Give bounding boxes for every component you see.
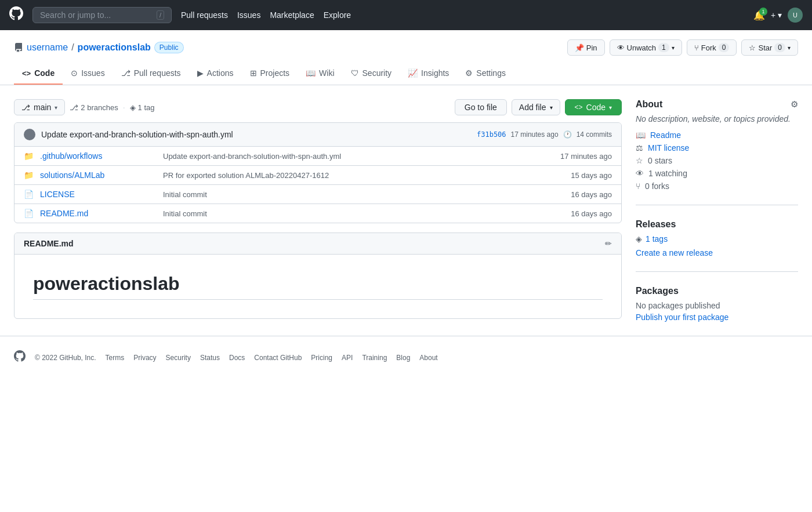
tab-insights[interactable]: 📈 Insights <box>400 63 457 85</box>
fork-button[interactable]: ⑂ Fork 0 <box>687 39 737 56</box>
footer: © 2022 GitHub, Inc. Terms Privacy Securi… <box>0 336 812 379</box>
plus-dropdown-button[interactable]: + ▾ <box>771 10 782 20</box>
footer-copyright: © 2022 GitHub, Inc. <box>35 354 96 362</box>
file-time: 16 days ago <box>571 190 612 199</box>
code-tab-icon: <> <box>22 69 31 78</box>
publish-package-link[interactable]: Publish your first package <box>636 313 728 322</box>
file-name-link[interactable]: solutions/ALMLab <box>40 170 156 180</box>
about-section: About ⚙ No description, website, or topi… <box>636 99 798 205</box>
file-name-link[interactable]: .github/workflows <box>40 151 156 161</box>
search-input[interactable]: Search or jump to... / <box>32 7 172 23</box>
pin-icon: 📌 <box>575 43 584 52</box>
sidebar-readme-item: 📖 Readme <box>636 130 798 140</box>
footer-status-link[interactable]: Status <box>200 354 220 362</box>
notification-badge: 1 <box>759 8 767 16</box>
repo-name-link[interactable]: poweractionslab <box>78 42 151 53</box>
branches-link[interactable]: ⎇ 2 branches <box>70 103 118 112</box>
tab-actions[interactable]: ▶ Actions <box>189 63 242 85</box>
footer-links: Terms Privacy Security Status Docs Conta… <box>106 354 438 362</box>
file-name-link[interactable]: LICENSE <box>40 190 156 199</box>
tags-releases-link[interactable]: 1 tags <box>646 234 668 244</box>
nav-explore[interactable]: Explore <box>324 10 351 20</box>
file-name-link[interactable]: README.md <box>40 209 156 218</box>
branch-select-button[interactable]: ⎇ main ▾ <box>14 99 65 115</box>
file-doc-icon: 📄 <box>24 190 33 199</box>
create-release-link[interactable]: Create a new release <box>636 248 713 257</box>
tab-issues[interactable]: ⊙ Issues <box>63 63 113 85</box>
tab-wiki[interactable]: 📖 Wiki <box>298 63 342 85</box>
license-link[interactable]: MIT license <box>648 143 689 152</box>
toolbar-right: Go to file Add file ▾ <> Code ▾ <box>455 99 622 115</box>
projects-tab-icon: ⊞ <box>250 68 257 78</box>
bell-icon[interactable]: 🔔 1 <box>753 10 765 21</box>
search-shortcut-icon: / <box>157 10 164 20</box>
branches-icon: ⎇ <box>70 103 78 112</box>
fork-icon: ⑂ <box>694 43 699 52</box>
repo-breadcrumb: username / poweractionslab Public 📌 Pin … <box>14 39 798 56</box>
tab-security[interactable]: 🛡 Security <box>343 63 400 85</box>
readme-link[interactable]: Readme <box>650 130 681 140</box>
repo-nav: <> Code ⊙ Issues ⎇ Pull requests ▶ Actio… <box>14 63 798 85</box>
about-title: About <box>636 99 662 110</box>
footer-training-link[interactable]: Training <box>362 354 387 362</box>
footer-terms-link[interactable]: Terms <box>106 354 125 362</box>
eye-icon-sidebar: 👁 <box>636 169 644 178</box>
file-row: 📁 solutions/ALMLab PR for exported solut… <box>14 166 621 185</box>
file-commit-msg: Initial commit <box>163 190 564 199</box>
avatar[interactable]: U <box>788 8 803 23</box>
footer-about-link[interactable]: About <box>419 354 437 362</box>
tags-link[interactable]: ◈ 1 tag <box>130 103 155 112</box>
file-row: 📄 LICENSE Initial commit 16 days ago <box>14 185 621 204</box>
commit-message-link[interactable]: Update export-and-branch-solution-with-s… <box>41 130 471 139</box>
pin-button[interactable]: 📌 Pin <box>567 39 605 56</box>
balance-scale-icon: ⚖ <box>636 143 643 152</box>
sidebar-license-item: ⚖ MIT license <box>636 143 798 152</box>
footer-api-link[interactable]: API <box>342 354 353 362</box>
breadcrumb-slash: / <box>71 42 74 53</box>
security-tab-icon: 🛡 <box>351 68 359 78</box>
footer-security-link[interactable]: Security <box>166 354 191 362</box>
footer-docs-link[interactable]: Docs <box>229 354 245 362</box>
readme-content: poweractionslab <box>14 255 621 318</box>
book-icon: 📖 <box>636 130 646 140</box>
nav-marketplace[interactable]: Marketplace <box>270 10 314 20</box>
fork-count: 0 <box>719 43 730 52</box>
tab-code[interactable]: <> Code <box>14 63 63 85</box>
issues-tab-icon: ⊙ <box>71 68 78 78</box>
tab-projects[interactable]: ⊞ Projects <box>242 63 298 85</box>
repo-header: username / poweractionslab Public 📌 Pin … <box>0 30 812 85</box>
commit-sha-link[interactable]: f31b506 <box>477 130 506 139</box>
file-time: 15 days ago <box>571 171 612 180</box>
go-to-file-button[interactable]: Go to file <box>455 99 507 115</box>
releases-section: Releases ◈ 1 tags Create a new release <box>636 219 798 272</box>
star-icon: ☆ <box>749 43 756 52</box>
nav-issues[interactable]: Issues <box>237 10 260 20</box>
github-logo-icon[interactable] <box>9 6 23 24</box>
branch-icon: ⎇ <box>21 103 30 112</box>
file-commit-msg: PR for exported solution ALMLab-20220427… <box>163 171 564 180</box>
add-file-chevron-icon: ▾ <box>550 104 553 111</box>
tag-releases-icon: ◈ <box>636 234 642 244</box>
footer-blog-link[interactable]: Blog <box>396 354 410 362</box>
pull-requests-tab-icon: ⎇ <box>121 68 130 78</box>
add-file-button[interactable]: Add file ▾ <box>512 99 560 115</box>
watch-button[interactable]: 👁 Unwatch 1 ▾ <box>610 39 682 56</box>
owner-link[interactable]: username <box>27 42 68 53</box>
code-button[interactable]: <> Code ▾ <box>565 99 622 115</box>
fork-icon-sidebar: ⑂ <box>636 181 640 191</box>
gear-icon[interactable]: ⚙ <box>791 99 798 110</box>
tab-pull-requests[interactable]: ⎇ Pull requests <box>113 63 189 85</box>
commit-history-link[interactable]: 14 commits <box>577 130 612 139</box>
footer-privacy-link[interactable]: Privacy <box>133 354 156 362</box>
readme-header: README.md ✏ <box>14 233 621 255</box>
star-button[interactable]: ☆ Star 0 ▾ <box>741 39 798 56</box>
watch-count: 1 <box>658 43 669 52</box>
star-chevron-icon: ▾ <box>788 45 791 51</box>
footer-contact-link[interactable]: Contact GitHub <box>254 354 302 362</box>
eye-icon: 👁 <box>617 43 625 52</box>
folder-icon: 📁 <box>24 151 33 161</box>
edit-readme-icon[interactable]: ✏ <box>605 239 612 248</box>
nav-pull-requests[interactable]: Pull requests <box>181 10 228 20</box>
tab-settings[interactable]: ⚙ Settings <box>457 63 514 85</box>
footer-pricing-link[interactable]: Pricing <box>311 354 332 362</box>
